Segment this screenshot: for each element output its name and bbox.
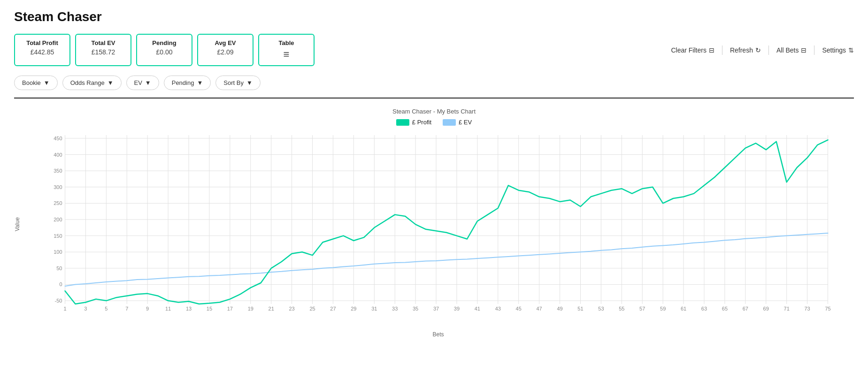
filter-odds-range[interactable]: Odds Range▼ (62, 76, 122, 90)
filter-sort-by[interactable]: Sort By▼ (215, 76, 261, 90)
stat-value: £442.85 (24, 48, 60, 56)
svg-text:67: 67 (743, 306, 748, 311)
y-axis-label: Value (14, 130, 21, 318)
stat-card-table[interactable]: Table≡ (258, 34, 315, 66)
legend-profit: £ Profit (396, 119, 431, 126)
svg-text:5: 5 (105, 306, 108, 311)
svg-text:43: 43 (495, 306, 501, 311)
svg-text:3: 3 (84, 306, 87, 311)
svg-text:75: 75 (825, 306, 830, 311)
dropdown-icon: ▼ (246, 79, 253, 86)
divider (768, 45, 769, 55)
svg-text:19: 19 (248, 306, 253, 311)
svg-text:51: 51 (577, 306, 583, 311)
svg-text:41: 41 (475, 306, 480, 311)
legend-color-ev (443, 119, 456, 126)
dropdown-icon: ▼ (108, 79, 114, 86)
dropdown-icon: ▼ (44, 79, 50, 86)
x-axis-label: Bets (23, 331, 854, 338)
svg-text:350: 350 (54, 168, 62, 174)
svg-text:450: 450 (54, 136, 62, 141)
svg-text:63: 63 (701, 306, 707, 311)
svg-text:29: 29 (351, 306, 356, 311)
svg-text:13: 13 (186, 306, 192, 311)
filter-label: EV (134, 79, 142, 86)
stat-label: Avg EV (207, 39, 243, 46)
legend-ev: £ EV (443, 119, 472, 126)
filter-label: Pending (172, 79, 194, 86)
filter2-icon: ⊟ (801, 46, 807, 54)
svg-text:0: 0 (59, 281, 62, 287)
filter-ev[interactable]: EV▼ (126, 76, 159, 90)
legend-label-profit: £ Profit (412, 119, 431, 126)
svg-text:59: 59 (660, 306, 666, 311)
filter-pending[interactable]: Pending▼ (164, 76, 211, 90)
svg-text:33: 33 (392, 306, 398, 311)
svg-text:45: 45 (516, 306, 522, 311)
svg-text:53: 53 (598, 306, 604, 311)
svg-text:200: 200 (54, 217, 62, 222)
svg-text:73: 73 (804, 306, 810, 311)
svg-text:27: 27 (330, 306, 336, 311)
stat-label: Pending (146, 39, 182, 46)
svg-text:31: 31 (371, 306, 377, 311)
stat-card-avg-ev[interactable]: Avg EV£2.09 (197, 34, 253, 66)
filter-label: Odds Range (70, 79, 105, 86)
top-actions: Clear Filters ⊟ Refresh ↻ All Bets ⊟ Set… (671, 45, 854, 55)
stat-card-total-profit[interactable]: Total Profit£442.85 (14, 34, 70, 66)
svg-text:9: 9 (146, 306, 149, 311)
svg-text:35: 35 (413, 306, 418, 311)
clear-filters-button[interactable]: Clear Filters ⊟ (671, 46, 714, 54)
dropdown-icon: ▼ (197, 79, 203, 86)
svg-text:15: 15 (207, 306, 212, 311)
chart-inner: 450400350300250200150100500-501357911131… (23, 130, 854, 338)
svg-text:25: 25 (309, 306, 315, 311)
page-title: Steam Chaser (14, 9, 854, 24)
filter-icon: ⊟ (709, 46, 714, 54)
refresh-icon: ↻ (755, 46, 761, 54)
svg-text:55: 55 (619, 306, 624, 311)
divider (814, 45, 814, 55)
svg-text:17: 17 (227, 306, 233, 311)
chart-wrapper: Value 450400350300250200150100500-501357… (14, 130, 854, 338)
refresh-button[interactable]: Refresh ↻ (730, 46, 761, 54)
filters-bar: Bookie▼Odds Range▼EV▼Pending▼Sort By▼ (14, 76, 854, 90)
all-bets-button[interactable]: All Bets ⊟ (776, 46, 807, 54)
svg-text:37: 37 (433, 306, 439, 311)
settings-button[interactable]: Settings ⇅ (822, 46, 854, 54)
svg-text:-50: -50 (55, 298, 62, 303)
chart-title: Steam Chaser - My Bets Chart (14, 108, 854, 115)
svg-text:7: 7 (125, 306, 128, 311)
stat-value: £158.72 (85, 48, 121, 56)
svg-text:69: 69 (763, 306, 769, 311)
top-bar: Total Profit£442.85Total EV£158.72Pendin… (14, 34, 854, 66)
svg-text:400: 400 (54, 152, 62, 158)
stat-label: Table (269, 39, 304, 46)
stat-value: £0.00 (146, 48, 182, 56)
stat-value: ≡ (269, 48, 304, 61)
svg-text:1: 1 (63, 306, 66, 311)
filter-label: Bookie (22, 79, 41, 86)
svg-text:57: 57 (639, 306, 645, 311)
chart-legend: £ Profit£ EV (14, 119, 854, 126)
stat-card-total-ev[interactable]: Total EV£158.72 (75, 34, 131, 66)
svg-text:65: 65 (722, 306, 728, 311)
settings-icon: ⇅ (848, 46, 854, 54)
svg-text:11: 11 (165, 306, 171, 311)
svg-text:250: 250 (54, 200, 62, 206)
svg-text:50: 50 (56, 265, 62, 271)
svg-text:71: 71 (784, 306, 790, 311)
stat-card-pending[interactable]: Pending£0.00 (136, 34, 192, 66)
divider (722, 45, 722, 55)
filter-bookie[interactable]: Bookie▼ (14, 76, 58, 90)
legend-color-profit (396, 119, 409, 126)
svg-text:49: 49 (557, 306, 562, 311)
svg-text:47: 47 (537, 306, 542, 311)
stat-cards: Total Profit£442.85Total EV£158.72Pendin… (14, 34, 315, 66)
filter-label: Sort By (223, 79, 244, 86)
svg-text:23: 23 (289, 306, 294, 311)
svg-text:61: 61 (681, 306, 686, 311)
svg-text:300: 300 (54, 184, 62, 190)
svg-text:100: 100 (54, 249, 62, 255)
chart-svg: 450400350300250200150100500-501357911131… (23, 130, 854, 327)
